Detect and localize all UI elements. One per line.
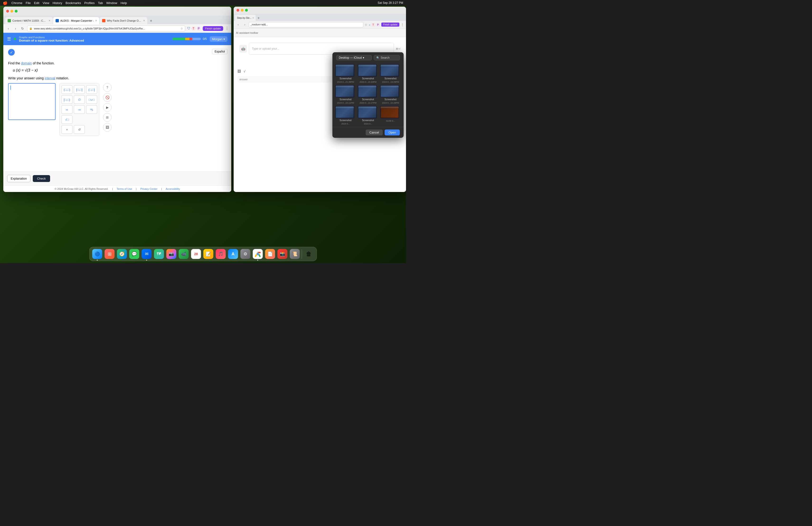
menu-profiles[interactable]: Profiles	[84, 1, 95, 5]
dock-item-trash[interactable]: 🗑	[303, 248, 314, 259]
dock-item-pages[interactable]: 📄	[265, 248, 276, 259]
key-neg-infinity[interactable]: -∞	[74, 105, 85, 114]
accessibility-link[interactable]: Accessibility	[166, 187, 180, 190]
dock-item-launchpad[interactable]: ⊞	[104, 248, 115, 259]
dock-item-mail[interactable]: ✉	[141, 248, 152, 259]
menu-history[interactable]: History	[53, 1, 62, 5]
domain-link[interactable]: domain	[21, 61, 32, 65]
close-button[interactable]	[6, 10, 9, 13]
file-picker-cancel-button[interactable]: Cancel	[366, 129, 383, 136]
hamburger-menu[interactable]: ☰	[7, 36, 11, 42]
tab-aleks[interactable]: ALEKS - Morgan Carpenter - ×	[53, 17, 99, 24]
dock-item-safari[interactable]: 🧭	[117, 248, 128, 259]
answer-input-box[interactable]	[8, 83, 56, 120]
key-undo[interactable]: ↺	[74, 125, 85, 134]
screenshot-thumb-7[interactable]	[335, 106, 354, 118]
file-picker-search[interactable]: 🔍 Search	[374, 55, 400, 60]
help-question-button[interactable]: ?	[103, 83, 112, 92]
browser2-forward-button[interactable]: ›	[242, 22, 247, 27]
screenshot-thumb-6[interactable]	[380, 85, 399, 97]
check-button[interactable]: Check	[33, 175, 50, 182]
help-play-button[interactable]: ▶	[103, 103, 112, 112]
screenshot-item-2[interactable]: Screenshot 2024-0...19.40PM	[358, 64, 378, 83]
browser2-address-field[interactable]: _medium=ad&...	[249, 22, 363, 27]
tab-why-facts[interactable]: Why Facts Don't Change Ou... ×	[100, 17, 147, 24]
browser2-new-tab[interactable]: +	[256, 15, 261, 21]
key-clear[interactable]: ×	[61, 125, 72, 134]
browser2-minimize-button[interactable]	[241, 9, 244, 12]
browser2-back-button[interactable]: ‹	[235, 22, 241, 27]
screenshot-item-4[interactable]: Screenshot 2024-0...15.11PM	[335, 85, 356, 104]
key-fraction[interactable]: ⁴⁄₃	[86, 105, 97, 114]
new-tab-button[interactable]: +	[148, 18, 154, 24]
key-closed-open[interactable]: [□,□)	[61, 95, 72, 104]
screenshot-item-3[interactable]: Screenshot 2024-0...19.08PM	[380, 64, 401, 83]
minimize-button[interactable]	[11, 10, 13, 13]
screenshot-thumb-3[interactable]	[380, 64, 399, 76]
menu-chrome[interactable]: Chrome	[11, 1, 22, 5]
screenshot-thumb-2[interactable]	[358, 64, 377, 76]
back-button[interactable]: ‹	[6, 26, 11, 31]
explanation-button[interactable]: Explanation	[7, 175, 30, 182]
screenshot-item-9[interactable]: 01/08 9...	[380, 106, 401, 125]
menu-help[interactable]: Help	[121, 1, 127, 5]
forward-button[interactable]: ›	[13, 26, 18, 31]
dock-item-appstore[interactable]: A	[228, 248, 238, 259]
reload-button[interactable]: ↻	[20, 26, 25, 31]
dock-item-script[interactable]: 📜	[289, 248, 300, 259]
browser2-close-button[interactable]	[236, 9, 239, 12]
help-image-button[interactable]: 🖼	[103, 123, 112, 132]
dock-item-facetime[interactable]: 📹	[178, 248, 189, 259]
menu-window[interactable]: Window	[106, 1, 117, 5]
screenshot-thumb-8[interactable]	[358, 106, 377, 118]
menu-edit[interactable]: Edit	[34, 1, 39, 5]
tab-close-1[interactable]: ×	[49, 19, 50, 22]
more-options-button[interactable]: ⋮	[225, 26, 229, 31]
screenshot-item-8[interactable]: Screenshot 2024-0...	[358, 106, 378, 125]
key-open-open[interactable]: (□,□)	[61, 85, 72, 94]
dock-item-photobooth[interactable]: 📸	[277, 248, 288, 259]
espanol-button[interactable]: Español	[212, 49, 228, 54]
bookmark-icon[interactable]: ☆	[180, 27, 183, 30]
menu-file[interactable]: File	[26, 1, 31, 5]
browser2-tab[interactable]: Step-by-Ste... ×	[235, 15, 256, 21]
image-upload-icon[interactable]: 🖼	[237, 69, 241, 73]
menu-tab[interactable]: Tab	[98, 1, 103, 5]
key-infinity[interactable]: ∞	[61, 105, 72, 114]
screenshot-thumb-5[interactable]	[358, 85, 377, 97]
file-picker-open-button[interactable]: Open	[385, 129, 400, 136]
menu-view[interactable]: View	[43, 1, 49, 5]
maximize-button[interactable]	[15, 10, 17, 13]
tab-close-2[interactable]: ×	[95, 19, 97, 22]
address-field[interactable]: 🔒 www-awy.aleks.com/alekscgi/x/lsl.exe/1…	[27, 25, 185, 32]
finish-update-button[interactable]: Finish update	[203, 26, 223, 31]
help-grid-button[interactable]: ⊞	[103, 113, 112, 122]
screenshot-thumb-1[interactable]	[335, 64, 354, 76]
math-symbol-icon[interactable]: √	[244, 69, 246, 73]
browser2-maximize-button[interactable]	[245, 9, 248, 12]
dock-item-music[interactable]: 🎵	[215, 248, 226, 259]
browser2-finish-update-button[interactable]: Finish update	[381, 23, 400, 27]
menu-bookmarks[interactable]: Bookmarks	[66, 1, 81, 5]
screenshot-item-6[interactable]: Screenshot 2024-0...10.43PM	[380, 85, 401, 104]
file-picker-location[interactable]: Desktop — iCloud ▾	[336, 55, 372, 60]
dock-item-calendar[interactable]: 28	[191, 248, 202, 259]
browser2-tab-close[interactable]: ×	[252, 17, 254, 19]
key-closed-closed[interactable]: [□,□]	[74, 85, 85, 94]
screenshot-thumb-4[interactable]	[335, 85, 354, 97]
screenshot-item-5[interactable]: Screenshot 2024-0...13.27PM	[358, 85, 378, 104]
key-union[interactable]: □∪□	[86, 95, 97, 104]
tab-close-3[interactable]: ×	[143, 19, 145, 22]
screenshot-thumb-9[interactable]	[380, 106, 399, 118]
browser2-more-options[interactable]: ⋮	[401, 23, 404, 27]
browser2-bookmark-icon[interactable]: ☆	[365, 23, 367, 26]
dock-item-notes[interactable]: 📝	[203, 248, 214, 259]
terms-link[interactable]: Terms of Use	[117, 187, 132, 190]
dock-item-messages[interactable]: 💬	[129, 248, 140, 259]
dock-item-chrome[interactable]	[252, 248, 263, 259]
privacy-link[interactable]: Privacy Center	[140, 187, 157, 190]
key-empty-set[interactable]: ∅	[74, 95, 85, 104]
dock-item-maps[interactable]: 🗺	[154, 248, 164, 259]
user-menu-button[interactable]: Morgan ▾	[209, 36, 228, 42]
interval-link[interactable]: interval	[45, 76, 55, 80]
